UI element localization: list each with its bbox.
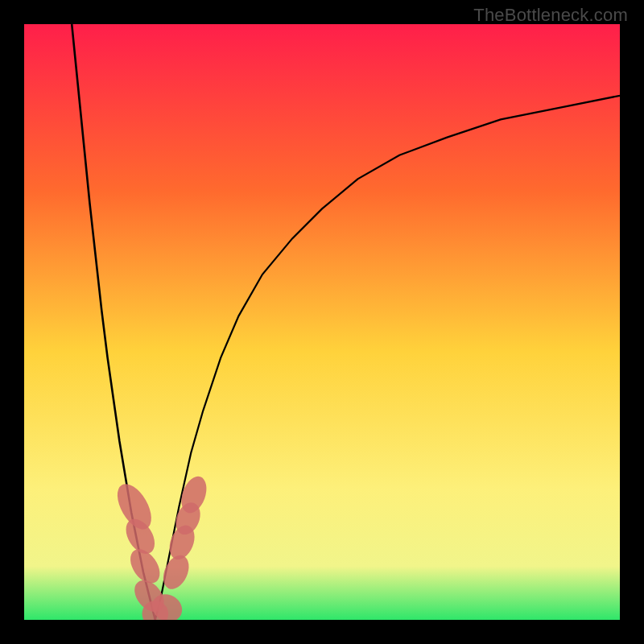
marker-group [110,473,211,620]
curve-right-branch [155,96,620,620]
plot-area [24,24,620,620]
curves-layer [24,24,620,620]
frame: TheBottleneck.com [0,0,644,644]
watermark-text: TheBottleneck.com [473,5,628,26]
